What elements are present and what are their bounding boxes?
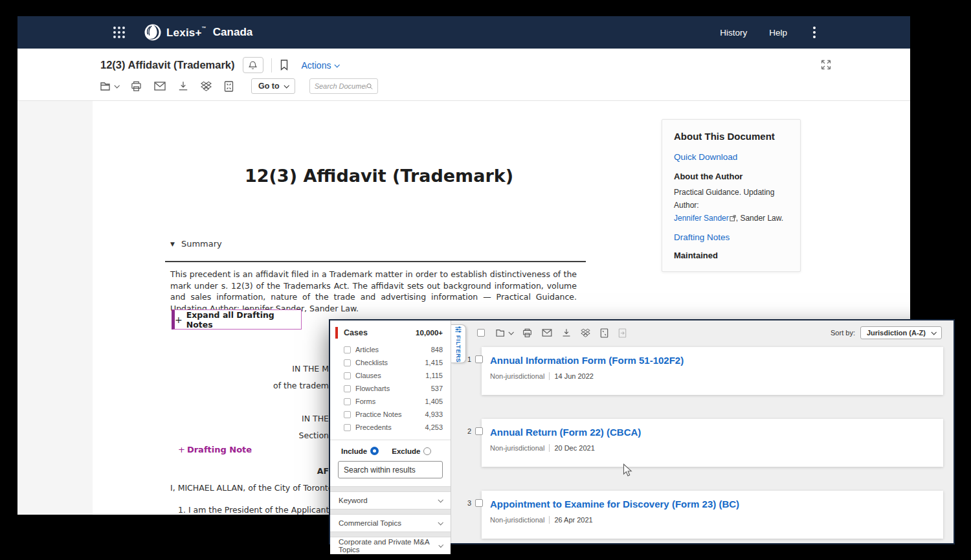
exclude-radio[interactable]: Exclude <box>392 447 431 455</box>
result-card[interactable]: Annual Information Form (Form 51-102F2) … <box>482 347 943 395</box>
filter-item-articles[interactable]: Articles848 <box>330 343 451 356</box>
result-title-link[interactable]: Annual Information Form (Form 51-102F2) <box>490 355 684 366</box>
summary-toggle[interactable]: ▼ Summary <box>170 239 222 249</box>
printer-icon[interactable] <box>131 81 142 92</box>
top-navbar: Lexis+™ Canada History Help <box>17 16 910 49</box>
brand-name: Lexis+™ <box>166 26 206 39</box>
result-card[interactable]: Appointment to Examine for Discovery (Fo… <box>482 491 943 539</box>
doc-text-fragment: IN THE <box>170 414 329 423</box>
filter-item-clauses[interactable]: Clauses1,115 <box>330 369 451 382</box>
results-pane: Sort by: Jurisdiction (A-Z) 1 Annual Inf… <box>451 320 954 543</box>
filter-item-flowcharts[interactable]: Flowcharts537 <box>330 382 451 395</box>
kebab-menu-icon[interactable] <box>809 25 820 39</box>
quick-download-link[interactable]: Quick Download <box>674 152 788 162</box>
folder-icon[interactable] <box>496 328 513 337</box>
actions-dropdown[interactable]: Actions <box>302 60 339 71</box>
chevron-down-icon <box>335 62 340 67</box>
search-document-input[interactable] <box>315 82 366 90</box>
checkbox[interactable] <box>344 372 351 379</box>
fullscreen-button[interactable] <box>820 59 832 71</box>
checkbox[interactable] <box>344 359 351 366</box>
sort-dropdown[interactable]: Jurisdiction (A-Z) <box>860 326 942 339</box>
result-number: 3 <box>467 499 471 507</box>
doc-text-fragment: 1. I am the President of the Applicant a… <box>178 505 329 515</box>
panel-gap <box>330 509 451 515</box>
panel-gap <box>330 532 451 537</box>
doc-text-fragment: of the tradem <box>170 381 329 390</box>
doc-text-fragment: IN THE M <box>170 364 329 374</box>
folder-icon[interactable] <box>100 81 118 91</box>
doc-text-fragment: I, MICHAEL ALLAN, of the City of Toronto… <box>170 483 329 493</box>
filter-item-forms[interactable]: Forms1,405 <box>330 395 451 408</box>
drafting-note-link[interactable]: Drafting Note <box>178 445 252 454</box>
document-export-icon[interactable] <box>618 328 627 338</box>
filter-item-precedents[interactable]: Precedents4,253 <box>330 421 451 434</box>
divider <box>271 58 272 73</box>
result-card[interactable]: Annual Return (Form 22) (CBCA) Non-juris… <box>482 419 943 467</box>
result-meta: Non-jurisdictional20 Dec 2021 <box>490 444 934 452</box>
document-toolbar: Go to <box>100 78 378 94</box>
filter-item-practice-notes[interactable]: Practice Notes4,933 <box>330 408 451 421</box>
include-radio[interactable]: Include <box>341 447 379 455</box>
dropbox-icon[interactable] <box>201 81 212 92</box>
expand-all-drafting-notes-button[interactable]: Expand all Drafting Notes <box>172 309 302 330</box>
doc-text-fragment: AF <box>170 466 329 476</box>
search-within-results-input[interactable] <box>344 465 444 475</box>
result-title-link[interactable]: Appointment to Examine for Discovery (Fo… <box>490 498 739 510</box>
bookmark-button[interactable] <box>280 60 289 71</box>
filter-category-header: Cases 10,000+ <box>330 320 451 343</box>
chevron-down-icon <box>508 330 513 335</box>
sort-group: Sort by: Jurisdiction (A-Z) <box>831 326 942 339</box>
filters-sliders-icon <box>456 326 462 333</box>
screenshot-frame: Lexis+™ Canada History Help 12(3) Affida… <box>0 0 971 560</box>
select-all-checkbox[interactable] <box>477 329 485 337</box>
filters-tab[interactable]: FILTERS <box>451 324 466 363</box>
drafting-notes-link[interactable]: Drafting Notes <box>674 232 788 242</box>
result-checkbox[interactable] <box>475 355 483 363</box>
document-icon[interactable] <box>600 328 608 338</box>
result-row: 3 Appointment to Examine for Discovery (… <box>467 491 943 539</box>
checkbox[interactable] <box>344 424 351 431</box>
checkbox[interactable] <box>344 398 351 405</box>
maintained-label: Maintained <box>674 251 788 260</box>
filters-tab-label: FILTERS <box>455 335 462 363</box>
accordion-commercial-topics[interactable]: Commercial Topics <box>330 515 451 532</box>
filter-item-checklists[interactable]: Checklists1,415 <box>330 356 451 369</box>
download-icon[interactable] <box>178 81 188 91</box>
chevron-down-icon <box>284 83 289 88</box>
alert-bell-button[interactable] <box>243 57 263 73</box>
about-author-heading: About the Author <box>674 172 788 181</box>
lexis-logo[interactable]: Lexis+™ Canada <box>144 24 252 41</box>
result-checkbox[interactable] <box>475 427 483 435</box>
result-number: 2 <box>467 427 471 435</box>
envelope-icon[interactable] <box>542 329 552 337</box>
accordion-corporate-ma-topics[interactable]: Corporate and Private M&A Topics <box>330 537 451 554</box>
search-icon <box>366 82 373 91</box>
left-gutter <box>17 101 93 515</box>
document-header: 12(3) Affidavit (Trademark) Actions <box>17 49 910 101</box>
apps-grid-icon[interactable] <box>113 27 125 38</box>
results-overlay-window: Cases 10,000+ Articles848 Checklists1,41… <box>329 319 955 544</box>
dropbox-icon[interactable] <box>581 328 590 338</box>
goto-dropdown[interactable]: Go to <box>251 78 295 94</box>
help-link[interactable]: Help <box>769 28 787 38</box>
download-icon[interactable] <box>562 328 571 337</box>
about-author-text: Practical Guidance. Updating Author: Jen… <box>674 186 788 225</box>
result-checkbox[interactable] <box>475 499 483 507</box>
checkbox[interactable] <box>344 385 351 392</box>
accordion-keyword[interactable]: Keyword <box>330 492 451 509</box>
doc-text-fragment: Section <box>170 431 329 440</box>
history-link[interactable]: History <box>720 28 747 38</box>
about-panel-title: About This Document <box>674 131 788 142</box>
author-link[interactable]: Jennifer Sander <box>674 214 729 223</box>
envelope-icon[interactable] <box>154 82 166 91</box>
chevron-down-icon <box>114 83 119 88</box>
sort-by-label: Sort by: <box>831 329 855 337</box>
checkbox[interactable] <box>344 411 351 418</box>
document-icon[interactable] <box>224 81 234 92</box>
result-title-link[interactable]: Annual Return (Form 22) (CBCA) <box>490 427 641 438</box>
printer-icon[interactable] <box>522 328 532 338</box>
fullscreen-icon <box>820 59 832 71</box>
result-number: 1 <box>467 355 471 363</box>
checkbox[interactable] <box>344 346 351 353</box>
